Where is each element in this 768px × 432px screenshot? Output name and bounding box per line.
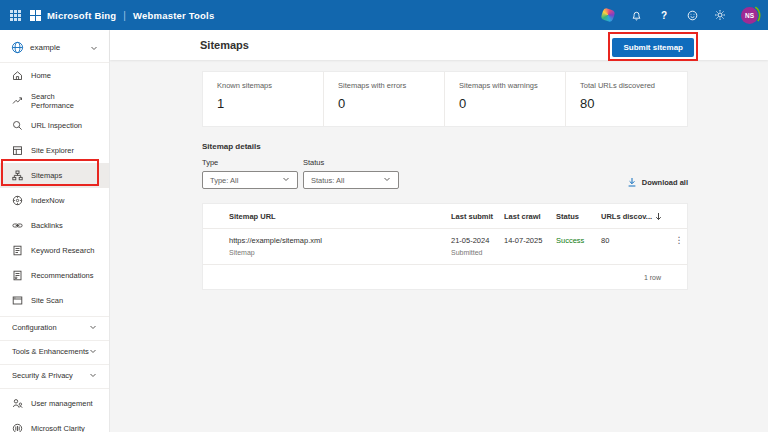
feedback-smiley-icon[interactable] [685,8,699,22]
browser-scan-icon [12,295,23,306]
sitemap-icon [12,170,23,181]
col-status[interactable]: Status [556,212,601,221]
brand-name: Microsoft Bing [47,10,116,21]
link-icon [12,220,23,231]
waffle-menu-icon[interactable] [10,10,21,21]
type-filter-dropdown[interactable]: Type: All [202,171,298,189]
sidebar-item-indexnow[interactable]: IndexNow [0,188,109,213]
chevron-down-icon [282,175,290,185]
main-content: Sitemaps Submit sitemap Known sitemaps 1… [110,30,768,432]
chevron-down-icon [383,175,391,185]
whats-new-icon[interactable] [601,8,615,22]
sidebar-section-security-privacy[interactable]: Security & Privacy [0,365,109,385]
submit-note: Submitted [451,249,504,256]
trend-chart-icon [12,95,23,106]
sidebar-item-label: Search Performance [31,92,97,110]
sidebar-item-url-inspection[interactable]: URL Inspection [0,113,109,138]
sidebar-item-sitemaps[interactable]: Sitemaps [0,163,109,188]
annotation-box-submit: Submit sitemap [608,32,698,61]
col-last-crawl[interactable]: Last crawl [504,212,556,221]
divider [0,388,109,389]
sidebar-item-site-explorer[interactable]: Site Explorer [0,138,109,163]
stat-total-urls-discovered: Total URLs discovered 80 [566,72,687,126]
stat-sitemaps-with-warnings: Sitemaps with warnings 0 [445,72,566,126]
chevron-down-icon [89,347,97,355]
sitemap-url-link[interactable]: https://example/sitemap.xml [229,236,451,245]
col-urls-discovered[interactable]: URLs discov... [601,212,671,221]
site-selector[interactable]: example [0,35,109,59]
stat-value: 80 [580,96,687,111]
globe-icon [11,42,24,53]
stat-label: Total URLs discovered [580,81,687,90]
submit-sitemap-button[interactable]: Submit sitemap [612,38,694,57]
status-filter-dropdown[interactable]: Status: All [303,171,399,189]
sitemap-type: Sitemap [229,249,451,256]
sort-descending-icon [655,212,662,221]
sidebar-item-label: URL Inspection [31,121,82,130]
sidebar-item-backlinks[interactable]: Backlinks [0,213,109,238]
microsoft-logo-icon [30,10,41,21]
row-count: 1 row [644,274,661,281]
sidebar-item-user-management[interactable]: User management [0,391,109,416]
sitemap-details-heading: Sitemap details [202,142,261,151]
user-avatar[interactable]: NS [741,7,758,24]
download-all-label: Download all [642,178,688,187]
stat-value: 0 [338,96,444,111]
sidebar-item-search-performance[interactable]: Search Performance [0,88,109,113]
sitemaps-table: Sitemap URL Last submit Last crawl Statu… [202,203,688,290]
sidebar-section-tools-enhancements[interactable]: Tools & Enhancements [0,341,109,361]
col-last-submit[interactable]: Last submit [451,212,504,221]
row-actions-kebab-icon[interactable]: ⋮ [671,236,687,245]
topbar-icons: ? NS [601,7,758,24]
sidebar-item-home[interactable]: Home [0,63,109,88]
section-label: Configuration [12,323,57,332]
status-filter-label: Status [303,158,399,167]
sidebar-section-configuration[interactable]: Configuration [0,317,109,337]
section-label: Security & Privacy [12,371,73,380]
stat-value: 0 [459,96,565,111]
cell-status: Success [556,236,601,245]
site-name: example [30,43,60,52]
brand-separator: | [123,10,126,21]
sidebar-item-microsoft-clarity[interactable]: Microsoft Clarity [0,416,109,432]
table-row[interactable]: https://example/sitemap.xml Sitemap 21-0… [203,229,687,265]
download-icon [627,177,637,187]
sidebar-item-recommendations[interactable]: Recommendations [0,263,109,288]
sidebar-item-label: Home [31,71,51,80]
type-filter-value: Type: All [210,176,238,185]
clarity-icon [12,423,23,432]
sidebar-item-site-scan[interactable]: Site Scan [0,288,109,313]
sidebar-item-label: Keyword Research [31,246,94,255]
table-footer: 1 row [203,265,687,289]
table-header-row: Sitemap URL Last submit Last crawl Statu… [203,204,687,229]
settings-gear-icon[interactable] [713,8,727,22]
help-icon[interactable]: ? [657,8,671,22]
section-label: Tools & Enhancements [12,347,89,356]
filters: Type Type: All Status Status: All [202,158,399,189]
sidebar-item-label: Recommendations [31,271,94,280]
cell-last-crawl: 14-07-2025 [504,236,556,245]
sidebar: example Home Search Performance URL Insp… [0,30,110,432]
download-all-button[interactable]: Download all [627,177,688,187]
chevron-down-icon [89,371,97,379]
stat-value: 1 [217,96,323,111]
stats-card: Known sitemaps 1 Sitemaps with errors 0 … [202,71,688,127]
col-urls-label: URLs discov... [601,212,652,221]
stat-known-sitemaps: Known sitemaps 1 [203,72,324,126]
last-submit-date: 21-05-2024 [451,236,504,245]
cell-urls-discovered: 80 [601,236,671,245]
stat-label: Sitemaps with warnings [459,81,565,90]
notifications-bell-icon[interactable] [629,8,643,22]
home-icon [12,70,23,81]
sidebar-item-label: Sitemaps [31,171,62,180]
indexnow-icon [12,195,23,206]
type-filter-label: Type [202,158,298,167]
sidebar-item-keyword-research[interactable]: Keyword Research [0,238,109,263]
top-bar: Microsoft Bing | Webmaster Tools ? [0,0,768,30]
stat-sitemaps-with-errors: Sitemaps with errors 0 [324,72,445,126]
sidebar-item-label: User management [31,399,93,408]
sidebar-item-label: Site Explorer [31,146,74,155]
main-header: Sitemaps Submit sitemap [110,30,768,60]
status-filter-value: Status: All [311,176,344,185]
col-sitemap-url[interactable]: Sitemap URL [229,212,451,221]
